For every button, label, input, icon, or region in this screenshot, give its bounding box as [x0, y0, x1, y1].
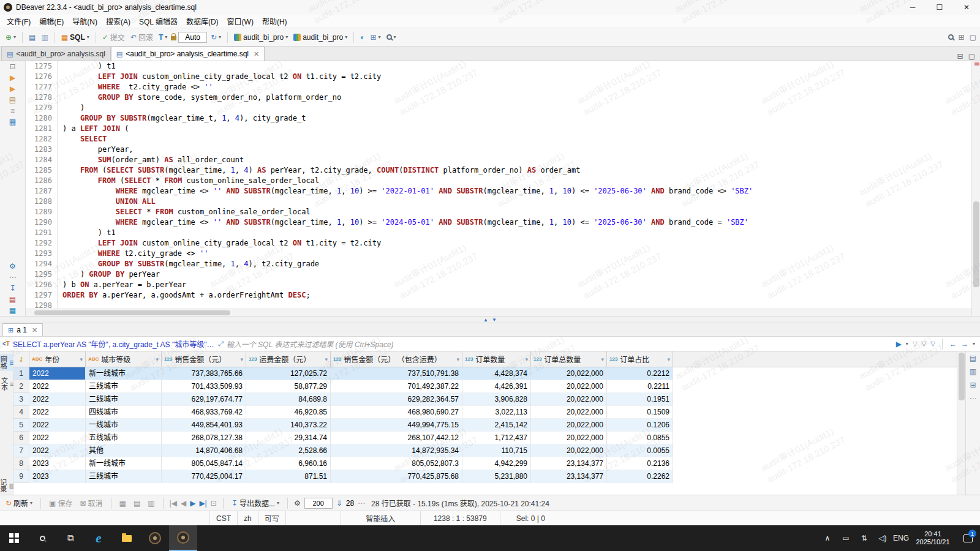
table-row[interactable]: 92023三线城市770,425,004.17871.51770,425,875… — [13, 470, 957, 483]
record-mode-tab[interactable]: ▥记录 — [0, 479, 15, 492]
grid-cell[interactable]: 58,877.29 — [246, 380, 331, 393]
nav-dropdown-icon[interactable]: ▾ — [973, 341, 975, 347]
commit-button[interactable]: ✓提交 — [100, 31, 127, 43]
editor-results-splitter[interactable]: ▲ ▼ — [0, 316, 980, 323]
refresh-button[interactable]: ↻刷新▾ — [4, 497, 34, 509]
grid-cell[interactable]: 五线城市 — [86, 432, 162, 444]
database-selector[interactable]: audit_bi_pro▾ — [232, 32, 290, 43]
grid-cell[interactable]: 2,415,142 — [462, 419, 531, 432]
grid-cell[interactable]: 2022 — [29, 432, 86, 444]
column-header-3[interactable]: 123运费金额（元）▾ — [246, 351, 331, 367]
grid-cell[interactable]: 6,960.16 — [246, 457, 331, 470]
code-line[interactable]: ) — [62, 103, 971, 113]
code-line[interactable]: SELECT * FROM custom_online_sale_order_l… — [62, 207, 971, 217]
grid-cell[interactable]: 0.2136 — [607, 457, 673, 470]
grid-cell[interactable]: 其他 — [86, 444, 162, 457]
grid-layout-button[interactable]: ⊞▾ — [368, 32, 382, 42]
close-results-tab-icon[interactable]: ✕ — [32, 326, 37, 334]
table-row[interactable]: 12022新一线城市737,383,765.66127,025.72737,51… — [13, 367, 957, 380]
calc-panel-icon[interactable]: ▥ — [970, 367, 976, 376]
settings-gear-icon[interactable]: ⚙ — [9, 263, 16, 270]
column-header-7[interactable]: 123订单占比▾ — [607, 351, 673, 367]
grid-cell[interactable]: 1,712,437 — [462, 432, 531, 444]
fetch-size-input[interactable] — [304, 498, 333, 509]
column-filter-arrow-icon[interactable]: ▾ — [325, 356, 328, 362]
code-line[interactable]: SELECT — [62, 134, 971, 144]
row-number[interactable]: 2 — [13, 380, 29, 393]
grid-cell[interactable]: 449,854,401.93 — [162, 419, 246, 432]
grid-corner[interactable]: ⚷ — [13, 351, 29, 367]
grid-cell[interactable]: 805,052,807.3 — [331, 457, 462, 470]
table-row[interactable]: 42022四线城市468,933,769.4246,920.85468,980,… — [13, 406, 957, 419]
row-number[interactable]: 9 — [13, 470, 29, 483]
restore-panel-icon[interactable]: ⊟ — [9, 63, 15, 70]
table-row[interactable]: 52022一线城市449,854,401.93140,373.22449,994… — [13, 419, 957, 432]
value-panel-icon[interactable]: ▤ — [970, 354, 976, 362]
tray-volume-icon[interactable]: ◁) — [873, 525, 892, 551]
code-line[interactable]: ORDER BY a.perYear, a.goodsAmt + a.order… — [62, 290, 971, 301]
grid-cell[interactable]: 5,231,880 — [462, 470, 531, 483]
fetch-all-icon[interactable]: ⇓ — [336, 499, 342, 508]
grid-cell[interactable]: 268,107,442.12 — [331, 432, 462, 444]
menu-item-3[interactable]: 搜索(A) — [102, 15, 135, 28]
grid-cell[interactable]: 23,134,377 — [531, 457, 607, 470]
grid-cell[interactable]: 2023 — [29, 457, 86, 470]
column-header-1[interactable]: ABC城市等级▾ — [86, 351, 162, 367]
grid-cell[interactable]: 449,994,775.15 — [331, 419, 462, 432]
sql-editor-menu[interactable]: ▦SQL▾ — [59, 32, 91, 43]
grid-cell[interactable]: 0.1951 — [607, 393, 673, 406]
previous-row-icon[interactable]: ◀ — [181, 499, 186, 508]
column-filter-arrow-icon[interactable]: ▾ — [456, 356, 459, 362]
autocommit-selector[interactable]: Auto — [178, 32, 207, 43]
apply-filter-play-icon[interactable]: ▶ — [896, 340, 902, 348]
close-tab-icon[interactable]: ✕ — [254, 50, 259, 58]
code-line[interactable]: LEFT JOIN custom_online_city_grade_local… — [62, 72, 971, 82]
transaction-log-button[interactable]: ↻▾ — [209, 32, 223, 42]
cancel-button[interactable]: ⊠取消 — [78, 497, 104, 509]
grid-cell[interactable]: 一线城市 — [86, 419, 162, 432]
code-line[interactable]: GROUP BY SUBSTR(mgclear_time_t, 1, 4), c… — [62, 113, 971, 124]
grid-cell[interactable]: 2022 — [29, 406, 86, 419]
row-number[interactable]: 5 — [13, 419, 29, 432]
column-filter-arrow-icon[interactable]: ▾ — [156, 356, 159, 362]
tab-analysis-sql[interactable]: ▤ <audit_bi_pro> analysis.sql — [1, 47, 111, 61]
maximize-editor-icon[interactable]: ▢ — [968, 52, 975, 61]
code-line[interactable]: WHERE t2.city_grade <> '' — [62, 82, 971, 92]
code-line[interactable]: UNION ALL — [62, 197, 971, 207]
column-header-6[interactable]: 123订单总数量▾ — [531, 351, 607, 367]
grid-cell[interactable]: 2,528.66 — [246, 444, 331, 457]
taskbar-clock[interactable]: 20:41 2025/10/21 — [910, 525, 956, 551]
menu-item-0[interactable]: 文件(F) — [2, 15, 35, 28]
save-button[interactable]: ▣保存 — [47, 497, 74, 509]
grid-cell[interactable]: 2023 — [29, 470, 86, 483]
table-row[interactable]: 82023新一线城市805,045,847.146,960.16805,052,… — [13, 457, 957, 470]
code-line[interactable]: WHERE mgclear_time <> '' AND SUBSTR(mgcl… — [62, 186, 971, 197]
tray-network-icon[interactable]: ⇅ — [855, 525, 873, 551]
minimize-button[interactable]: ─ — [899, 0, 926, 15]
code-line[interactable]: ) b ON a.perYear = b.perYear — [62, 280, 971, 290]
script-output-icon[interactable]: ▦ — [9, 307, 16, 314]
globe-icon[interactable]: ◐ — [358, 32, 366, 42]
export-data-button[interactable]: ↧导出数据...▾ — [230, 497, 281, 509]
grid-cell[interactable]: 770,425,004.17 — [162, 470, 246, 483]
maximize-button[interactable]: ☐ — [926, 0, 953, 15]
code-line[interactable] — [62, 301, 971, 309]
edit-filter-icon[interactable]: ▽ — [922, 340, 927, 347]
grid-cell[interactable]: 737,510,791.38 — [331, 367, 462, 380]
grid-cell[interactable]: 84,689.8 — [246, 393, 331, 406]
tab-analysis-cleartime-sql[interactable]: ▤ <audit_bi_pro> analysis_cleartime.sql … — [111, 47, 265, 61]
grid-cell[interactable]: 871.51 — [246, 470, 331, 483]
code-line[interactable]: LEFT JOIN custom_online_city_grade_local… — [62, 238, 971, 249]
grid-cell[interactable]: 14,872,935.34 — [331, 444, 462, 457]
result-grid-icon[interactable]: ▦ — [9, 118, 16, 126]
grid-cell[interactable]: 3,022,113 — [462, 406, 531, 419]
grid-cell[interactable]: 二线城市 — [86, 393, 162, 406]
grid-cell[interactable]: 3,906,828 — [462, 393, 531, 406]
transaction-mode-button[interactable]: T▾ — [157, 32, 169, 42]
input-language[interactable]: ENG — [892, 525, 910, 551]
grid-cell[interactable]: 新一线城市 — [86, 367, 162, 380]
table-row[interactable]: 22022三线城市701,433,509.9358,877.29701,492,… — [13, 380, 957, 393]
new-script-icon[interactable]: ▥ — [39, 32, 50, 42]
grid-cell[interactable]: 29,314.74 — [246, 432, 331, 444]
row-number[interactable]: 8 — [13, 457, 29, 470]
